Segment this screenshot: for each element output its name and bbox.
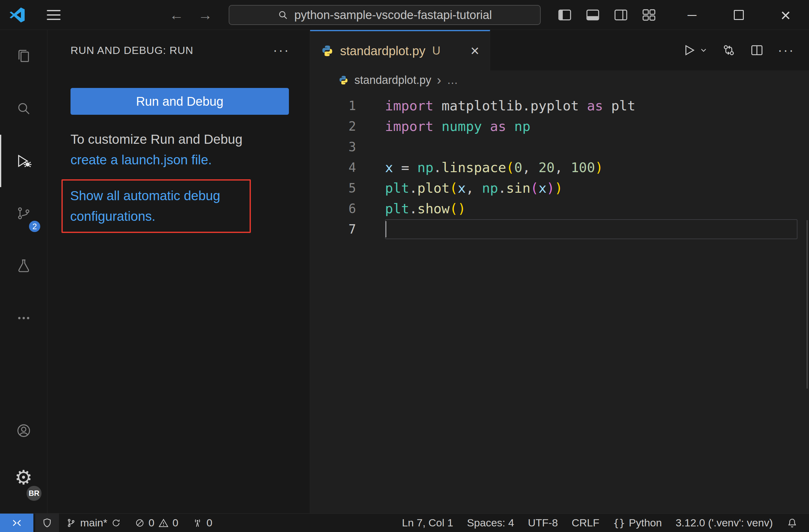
main-area: 2: [0, 30, 809, 513]
files-icon: [16, 48, 32, 64]
ports-item[interactable]: 0: [185, 514, 219, 532]
shield-icon: [41, 517, 53, 529]
errors-icon: [135, 518, 145, 528]
cursor-position: Ln 7, Col 1: [402, 517, 453, 529]
activity-source-control[interactable]: 2: [0, 187, 47, 240]
ellipsis-icon: [16, 310, 32, 326]
interpreter-label: 3.12.0 ('.venv': venv): [675, 517, 773, 529]
play-icon: [682, 43, 696, 57]
close-button[interactable]: ×: [762, 0, 809, 30]
minimize-button[interactable]: ─: [669, 0, 716, 30]
search-text: python-sample-vscode-fastapi-tutorial: [294, 8, 492, 22]
sidebar-title: RUN AND DEBUG: RUN: [70, 44, 193, 56]
eol: CRLF: [572, 517, 599, 529]
status-bar-right: Ln 7, Col 1 Spaces: 4 UTF-8 CRLF {} Pyth…: [395, 514, 809, 532]
git-status-badge: U: [432, 44, 441, 57]
vscode-logo-icon: [10, 7, 25, 23]
problems-item[interactable]: 0 0: [128, 514, 185, 532]
activity-bar-bottom: ⚙ BR: [0, 407, 47, 513]
current-line-highlight: [385, 219, 797, 239]
code-line[interactable]: 1import matplotlib.pyplot as plt: [310, 95, 809, 116]
maximize-button[interactable]: [716, 0, 762, 30]
code-line[interactable]: 7: [310, 219, 809, 240]
chevron-down-icon[interactable]: [699, 46, 708, 55]
breadcrumb-file[interactable]: standardplot.py: [355, 74, 431, 87]
editor-more-actions-icon[interactable]: ···: [778, 44, 795, 57]
run-debug-icon: [16, 153, 32, 169]
scm-badge: 2: [28, 219, 41, 233]
customize-layout-icon[interactable]: [641, 7, 657, 23]
branch-item[interactable]: main*: [59, 514, 128, 532]
tab-close-icon[interactable]: ×: [470, 43, 479, 58]
editor-scrollbar[interactable]: [807, 220, 808, 389]
indentation-item[interactable]: Spaces: 4: [460, 514, 521, 532]
command-center-search[interactable]: python-sample-vscode-fastapi-tutorial: [229, 5, 541, 25]
breadcrumb-chevron-icon: ›: [437, 74, 441, 87]
toggle-sidebar-right-icon[interactable]: [613, 7, 629, 23]
code-line[interactable]: 3: [310, 137, 809, 157]
tab-standardplot[interactable]: standardplot.py U ×: [310, 30, 490, 70]
encoding: UTF-8: [528, 517, 558, 529]
line-number: 2: [310, 119, 356, 134]
title-bar: ← → python-sample-vscode-fastapi-tutoria…: [0, 0, 809, 30]
source-control-icon: [16, 205, 32, 221]
split-editor-icon[interactable]: [750, 43, 764, 57]
back-arrow-icon[interactable]: ←: [169, 6, 185, 23]
vscode-window: { "title_bar": { "search_text": "python-…: [0, 0, 809, 532]
code-line-content: import matplotlib.pyplot as plt: [385, 95, 636, 116]
beaker-icon: [16, 258, 32, 274]
activity-testing[interactable]: [0, 240, 47, 292]
view-more-actions-icon[interactable]: ···: [273, 44, 290, 57]
remote-indicator[interactable]: [0, 514, 33, 532]
activity-more[interactable]: [0, 292, 47, 344]
activity-account[interactable]: [0, 407, 47, 454]
code-area[interactable]: 1import matplotlib.pyplot as plt2import …: [310, 90, 809, 513]
create-launch-json-link[interactable]: create a launch.json file.: [70, 153, 212, 167]
run-and-debug-button[interactable]: Run and Debug: [70, 88, 289, 115]
eol-item[interactable]: CRLF: [565, 514, 606, 532]
line-number: 7: [310, 222, 356, 236]
code-line[interactable]: 2import numpy as np: [310, 116, 809, 137]
code-line[interactable]: 4x = np.linspace(0, 20, 100): [310, 157, 809, 178]
activity-explorer[interactable]: [0, 30, 47, 82]
bell-icon: [787, 517, 798, 529]
code-line-content: import numpy as np: [385, 116, 530, 137]
code-line-content: plt.show(): [385, 198, 466, 219]
menu-hamburger-icon[interactable]: [47, 10, 61, 20]
activity-bar: 2: [0, 30, 48, 513]
code-line[interactable]: 6plt.show(): [310, 198, 809, 219]
git-branch-icon: [66, 518, 76, 528]
code-line-content: x = np.linspace(0, 20, 100): [385, 157, 603, 178]
activity-search[interactable]: [0, 82, 47, 135]
show-auto-configs-link[interactable]: Show all automatic debug configurations.: [70, 185, 242, 227]
python-file-icon: [338, 75, 349, 86]
activity-settings[interactable]: ⚙ BR: [0, 454, 47, 501]
toggle-sidebar-left-icon[interactable]: [557, 7, 572, 23]
open-changes-icon[interactable]: [722, 43, 736, 57]
tab-bar: standardplot.py U ×: [310, 30, 809, 70]
activity-run-debug[interactable]: [0, 135, 47, 187]
code-line-content: plt.plot(x, np.sin(x)): [385, 178, 563, 198]
history-nav: ← →: [169, 0, 213, 30]
cursor-position-item[interactable]: Ln 7, Col 1: [395, 514, 460, 532]
breadcrumb-more[interactable]: …: [447, 74, 458, 87]
maximize-icon: [734, 10, 744, 20]
language-mode-item[interactable]: {} Python: [606, 514, 669, 532]
code-line[interactable]: 5plt.plot(x, np.sin(x)): [310, 178, 809, 198]
notifications-item[interactable]: [780, 514, 805, 532]
forward-arrow-icon[interactable]: →: [197, 6, 213, 23]
account-icon: [16, 423, 32, 439]
encoding-item[interactable]: UTF-8: [521, 514, 565, 532]
warnings-icon: [158, 518, 169, 528]
line-number: 4: [310, 160, 356, 175]
line-number: 6: [310, 201, 356, 216]
workspace-trust-item[interactable]: [35, 514, 59, 532]
python-interpreter-item[interactable]: 3.12.0 ('.venv': venv): [669, 514, 780, 532]
line-number: 5: [310, 181, 356, 195]
port-count: 0: [207, 517, 212, 529]
toggle-panel-bottom-icon[interactable]: [585, 7, 601, 23]
python-file-icon: [321, 44, 334, 57]
line-number: 1: [310, 99, 356, 113]
run-python-file-button[interactable]: [682, 43, 708, 57]
gear-icon: ⚙: [15, 467, 32, 487]
